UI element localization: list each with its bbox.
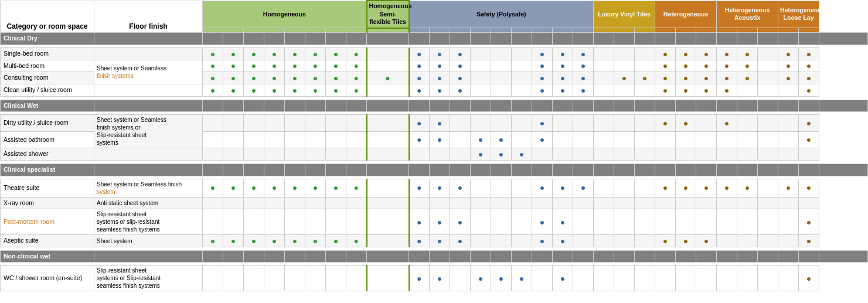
dot-cell: ●: [799, 60, 819, 72]
dot-cell: [614, 148, 635, 161]
dot-cell: [471, 197, 491, 209]
dot-cell: [450, 197, 471, 209]
green-dot: ●: [292, 86, 297, 95]
dot-cell: ●: [346, 48, 367, 60]
brown-dot: ●: [704, 61, 709, 70]
brown-dot: ●: [683, 86, 688, 95]
dot-cell: [367, 131, 409, 148]
green-dot: ●: [292, 73, 297, 83]
dot-cell: ●: [655, 72, 676, 84]
dot-cell: [471, 48, 491, 60]
dot-cell: ●: [799, 131, 819, 148]
brown-dot: ●: [806, 236, 811, 246]
category-cell: Dirty utility / sluice room: [1, 115, 94, 132]
dot-cell: ●: [532, 84, 553, 96]
dot-cell: [471, 60, 491, 72]
green-dot: ●: [292, 236, 297, 246]
brown-dot: ●: [806, 73, 811, 83]
dot-cell: ●: [346, 84, 367, 96]
dot-cell: [264, 197, 285, 209]
brown-dot: ●: [683, 118, 688, 128]
dot-cell: ●: [532, 131, 553, 148]
green-dot: ●: [333, 236, 338, 246]
blue-dot: ●: [499, 274, 503, 283]
blue-dot: ●: [540, 236, 544, 246]
dot-cell: [655, 265, 676, 291]
brown-dot: ●: [724, 86, 729, 95]
brown-dot: ●: [806, 49, 811, 59]
blue-dot: ●: [417, 217, 421, 227]
dot-cell: ●: [305, 60, 326, 72]
dot-cell: ●: [553, 48, 573, 60]
dot-cell: [573, 235, 594, 247]
dot-cell: [305, 148, 326, 161]
category-cell: Theatre suite: [1, 179, 94, 197]
dot-cell: ●: [223, 72, 244, 84]
dot-cell: [532, 148, 553, 161]
dot-cell: ●: [778, 179, 799, 197]
dot-cell: [778, 197, 799, 209]
dot-cell: ●: [203, 48, 223, 60]
dot-cell: [737, 148, 758, 161]
dot-cell: [409, 148, 430, 161]
dot-cell: ●: [532, 72, 553, 84]
dot-cell: [264, 209, 285, 235]
dot-cell: [367, 48, 409, 60]
dot-cell: ●: [573, 60, 594, 72]
brown-dot: ●: [806, 61, 811, 70]
dot-cell: [614, 84, 635, 96]
blue-dot: ●: [437, 217, 442, 227]
dot-cell: [512, 115, 532, 132]
blue-dot: ●: [560, 183, 565, 192]
dot-cell: ●: [409, 60, 430, 72]
brown-dot: ●: [745, 61, 750, 70]
blue-dot: ●: [540, 183, 544, 192]
dot-cell: ●: [409, 115, 430, 132]
green-dot: ●: [272, 49, 277, 59]
dot-cell: [367, 265, 409, 291]
dot-cell: ●: [778, 60, 799, 72]
blue-dot: ●: [437, 183, 442, 192]
dot-cell: [758, 60, 778, 72]
blue-dot: ●: [581, 61, 586, 70]
dot-cell: ●: [778, 48, 799, 60]
table-row: Multi-bed roomSheet system or Seamlessfi…: [1, 60, 868, 72]
dot-cell: [326, 197, 346, 209]
dot-cell: [471, 235, 491, 247]
blue-dot: ●: [540, 61, 544, 70]
dot-cell: [450, 115, 471, 132]
dot-cell: [367, 197, 409, 209]
dot-cell: [553, 131, 573, 148]
dot-cell: ●: [305, 84, 326, 96]
green-dot: ●: [210, 49, 215, 59]
dot-cell: [367, 235, 409, 247]
dot-cell: ●: [553, 265, 573, 291]
dot-cell: [635, 48, 655, 60]
dot-cell: [635, 235, 655, 247]
dot-cell: [573, 209, 594, 235]
brown-dot: ●: [745, 49, 750, 59]
dot-cell: ●: [430, 235, 450, 247]
dot-cell: ●: [655, 60, 676, 72]
dot-cell: ●: [409, 72, 430, 84]
dot-cell: [758, 84, 778, 96]
dot-cell: [512, 179, 532, 197]
dot-cell: [614, 209, 635, 235]
dot-cell: [491, 60, 512, 72]
dot-cell: [758, 197, 778, 209]
dot-cell: ●: [264, 84, 285, 96]
dot-cell: ●: [450, 209, 471, 235]
blue-dot: ●: [540, 49, 544, 59]
dot-cell: ●: [409, 209, 430, 235]
dot-cell: ●: [326, 72, 346, 84]
dot-cell: ●: [264, 179, 285, 197]
brown-dot: ●: [683, 61, 688, 70]
dot-cell: ●: [799, 84, 819, 96]
dot-cell: [717, 131, 737, 148]
blue-dot: ●: [437, 274, 442, 283]
green-dot: ●: [272, 73, 277, 83]
dot-cell: [635, 209, 655, 235]
dot-cell: ●: [430, 209, 450, 235]
dot-cell: ●: [223, 60, 244, 72]
dot-cell: ●: [450, 48, 471, 60]
